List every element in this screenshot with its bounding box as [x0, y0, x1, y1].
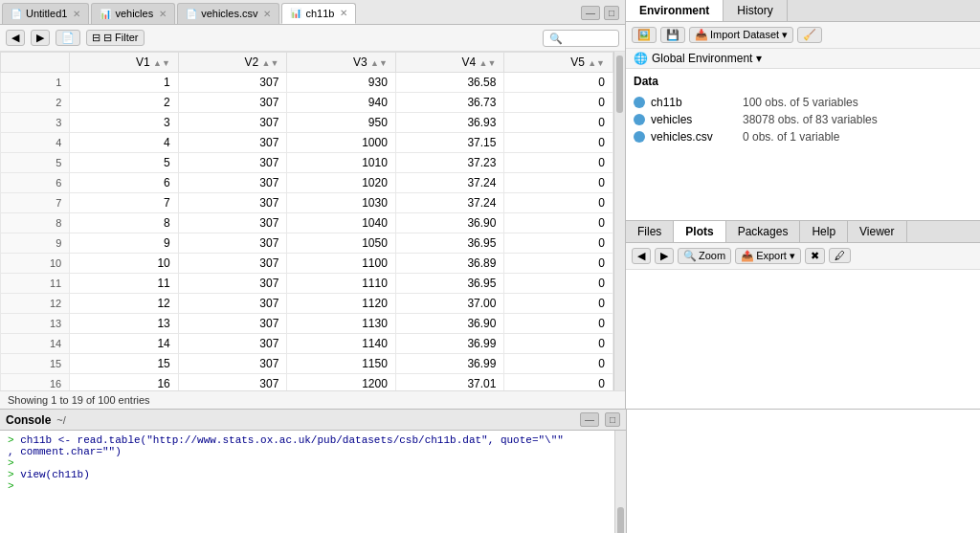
col-header-v1[interactable]: V1 ▲▼: [70, 53, 179, 73]
plots-edit-button[interactable]: 🖊: [829, 248, 851, 263]
table-row: 1616307120037.010: [1, 374, 613, 391]
import-dataset-button[interactable]: 📥 Import Dataset ▾: [689, 27, 793, 43]
table-row: 44307100037.150: [1, 133, 613, 153]
env-data-row[interactable]: ch11b 100 obs. of 5 variables: [634, 94, 972, 111]
env-icon1-button[interactable]: 🖼️: [632, 27, 657, 43]
vertical-scrollbar[interactable]: [613, 52, 625, 390]
forward-button[interactable]: ▶: [31, 30, 50, 46]
console-maximize-button[interactable]: □: [605, 412, 620, 427]
table-row: 1010307110036.890: [1, 254, 613, 274]
console-line-2: , comment.char=""): [8, 446, 607, 457]
env-data-section: Data: [634, 75, 972, 88]
minimize-button[interactable]: —: [581, 6, 600, 20]
tab-label: ch11b: [305, 8, 334, 19]
table-row: 99307105036.950: [1, 233, 613, 254]
env-item-desc: 0 obs. of 1 variable: [743, 130, 839, 144]
table-row: 1111307111036.950: [1, 274, 613, 294]
col-header-v3[interactable]: V3 ▲▼: [287, 53, 396, 73]
col-header-v4[interactable]: V4 ▲▼: [395, 53, 504, 73]
save-icon: 💾: [666, 29, 679, 41]
console-line-3: >: [8, 457, 607, 469]
close-icon[interactable]: ✕: [73, 9, 80, 19]
tab-packages[interactable]: Packages: [726, 221, 801, 242]
plots-forward-button[interactable]: ▶: [655, 248, 674, 264]
files-toolbar: ◀ ▶ 🔍 Zoom 📤 Export ▾ ✖ 🖊: [626, 243, 980, 270]
col-header-v2[interactable]: V2 ▲▼: [178, 53, 287, 73]
env-item-name: vehicles.csv: [651, 130, 737, 144]
tab-files[interactable]: Files: [626, 221, 674, 242]
console-title: Console: [6, 413, 51, 427]
env-content: Data ch11b 100 obs. of 5 variables vehic…: [626, 69, 980, 220]
filter-button[interactable]: ⊟ ⊟ Filter: [86, 30, 145, 46]
env-clear-button[interactable]: 🧹: [797, 27, 822, 43]
delete-icon: ✖: [811, 250, 819, 262]
data-table-container[interactable]: V1 ▲▼ V2 ▲▼ V3 ▲▼ V4 ▲▼ V5 ▲▼ 1130793036…: [0, 52, 613, 390]
console-line-4: > view(ch11b): [8, 469, 607, 480]
env-bullet: [634, 114, 645, 125]
table-row: 1414307114036.990: [1, 334, 613, 354]
table-row: 55307101037.230: [1, 153, 613, 173]
close-icon[interactable]: ✕: [340, 8, 347, 18]
env-toolbar: 🖼️ 💾 📥 Import Dataset ▾ 🧹: [626, 22, 980, 49]
tab-untitled1[interactable]: 📄 Untitled1 ✕: [2, 3, 89, 24]
console-line-1: > ch11b <- read.table("http://www.stats.…: [8, 434, 607, 446]
plots-delete-button[interactable]: ✖: [805, 248, 825, 264]
window-controls: — □: [581, 6, 623, 20]
zoom-button[interactable]: 🔍 Zoom: [678, 248, 731, 264]
console-body[interactable]: > ch11b <- read.table("http://www.stats.…: [0, 431, 614, 533]
env-bullet: [634, 131, 645, 143]
tab-label: vehicles.csv: [201, 8, 257, 19]
zoom-icon: 🔍: [683, 250, 697, 262]
source-icon: 📄: [61, 32, 75, 44]
file-icon: 📄: [11, 9, 22, 19]
tab-vehicles-csv[interactable]: 📄 vehicles.csv ✕: [177, 3, 279, 24]
tab-plots[interactable]: Plots: [674, 221, 725, 242]
export-icon: 📤: [741, 250, 754, 262]
maximize-button[interactable]: □: [604, 6, 619, 20]
env-data-row[interactable]: vehicles 38078 obs. of 83 variables: [634, 111, 972, 128]
env-item-desc: 100 obs. of 5 variables: [743, 96, 858, 109]
export-label: Export ▾: [756, 250, 795, 262]
close-icon[interactable]: ✕: [159, 9, 167, 19]
console-minimize-button[interactable]: —: [580, 412, 599, 427]
tab-history[interactable]: History: [724, 0, 787, 21]
env-item-name: ch11b: [651, 96, 737, 109]
table-row: 88307104036.900: [1, 213, 613, 233]
tab-viewer[interactable]: Viewer: [848, 221, 906, 242]
plots-back-button[interactable]: ◀: [632, 248, 651, 264]
tab-environment[interactable]: Environment: [626, 0, 724, 21]
tab-vehicles[interactable]: 📊 vehicles ✕: [91, 3, 175, 24]
status-text: Showing 1 to 19 of 100 entries: [8, 394, 150, 406]
source-button[interactable]: 📄: [56, 30, 80, 46]
search-input[interactable]: [543, 30, 619, 47]
tab-ch11b[interactable]: 📊 ch11b ✕: [281, 3, 356, 24]
back-button[interactable]: ◀: [6, 30, 25, 46]
camera-icon: 🖼️: [637, 29, 651, 41]
edit-icon: 🖊: [835, 250, 845, 261]
import-icon: 📥: [695, 29, 708, 41]
tab-label: Untitled1: [26, 8, 67, 19]
export-button[interactable]: 📤 Export ▾: [735, 248, 801, 264]
console-scrollbar[interactable]: [614, 431, 626, 533]
file-icon: 📄: [186, 9, 197, 19]
col-header-v5[interactable]: V5 ▲▼: [504, 53, 613, 73]
table-row: 1515307115036.990: [1, 354, 613, 374]
tab-help[interactable]: Help: [800, 221, 848, 242]
env-items-list: ch11b 100 obs. of 5 variables vehicles 3…: [634, 94, 972, 145]
env-data-row[interactable]: vehicles.csv 0 obs. of 1 variable: [634, 128, 972, 145]
env-tab-bar: Environment History: [626, 0, 980, 22]
env-save-button[interactable]: 💾: [660, 27, 685, 43]
filter-label: ⊟ Filter: [103, 32, 139, 44]
tab-bar: 📄 Untitled1 ✕ 📊 vehicles ✕ 📄 vehicles.cs…: [0, 0, 625, 25]
table-icon: 📊: [100, 9, 111, 19]
data-table: V1 ▲▼ V2 ▲▼ V3 ▲▼ V4 ▲▼ V5 ▲▼ 1130793036…: [0, 52, 613, 390]
tab-label: vehicles: [115, 8, 153, 19]
global-env-label[interactable]: Global Environment ▾: [652, 52, 762, 65]
plots-content: [626, 270, 980, 410]
env-item-desc: 38078 obs. of 83 variables: [743, 113, 878, 126]
zoom-label: Zoom: [699, 250, 725, 261]
broom-icon: 🧹: [803, 29, 816, 41]
close-icon[interactable]: ✕: [263, 9, 271, 19]
env-bullet: [634, 97, 645, 108]
table-row: 1313307113036.900: [1, 314, 613, 334]
